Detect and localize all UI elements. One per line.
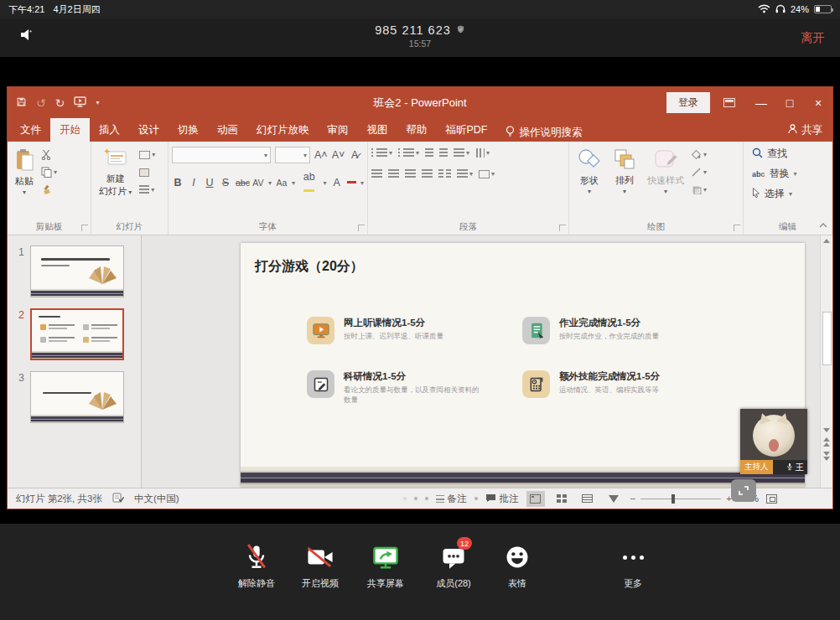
more-button[interactable]: 更多 <box>601 544 665 590</box>
thumbnail-preview-2-selected[interactable] <box>30 308 124 360</box>
font-name-combo[interactable]: ▾ <box>172 147 271 163</box>
paste-button[interactable]: 粘贴 ▾ <box>11 147 38 220</box>
new-slide-button[interactable]: 新建 幻灯片 ▾ <box>95 147 136 220</box>
text-direction-icon[interactable]: ▾ <box>475 147 490 159</box>
columns-icon[interactable] <box>438 168 451 180</box>
save-icon[interactable] <box>16 96 27 110</box>
arrange-dropdown[interactable]: ▾ <box>623 188 626 195</box>
find-button[interactable]: 查找 <box>752 147 828 161</box>
tab-file[interactable]: 文件 <box>11 118 50 142</box>
redo-icon[interactable]: ↻ <box>55 96 65 110</box>
leave-meeting-button[interactable]: 离开 <box>801 30 825 46</box>
tell-me-search[interactable]: 操作说明搜索 <box>497 118 591 142</box>
slide-item-online-class[interactable]: 网上听课情况1-5分 按时上课、迟到早退、听课质量 <box>307 317 518 344</box>
copy-icon[interactable]: ▾ <box>41 166 57 178</box>
emoji-button[interactable]: 表情 <box>485 544 549 590</box>
highlight-button[interactable]: ab <box>299 171 319 194</box>
tab-slideshow[interactable]: 幻灯片放映 <box>247 118 319 142</box>
change-case-button[interactable]: Aa <box>276 178 288 188</box>
font-size-combo[interactable]: ▾ <box>275 147 310 163</box>
select-button[interactable]: 选择 ▾ <box>752 187 828 201</box>
normal-view-button[interactable] <box>526 491 545 507</box>
shape-outline-icon[interactable]: ▾ <box>692 166 707 178</box>
bold-button[interactable]: B <box>172 177 184 189</box>
tab-help[interactable]: 帮助 <box>397 118 437 142</box>
zoom-slider[interactable] <box>640 499 721 499</box>
italic-button[interactable]: I <box>188 177 200 189</box>
tab-transitions[interactable]: 切换 <box>169 118 208 142</box>
char-spacing-button[interactable]: AV <box>252 178 264 188</box>
language-indicator[interactable]: 中文(中国) <box>134 493 179 505</box>
section-icon[interactable]: ▾ <box>139 183 155 196</box>
vertical-scrollbar[interactable] <box>820 235 832 488</box>
comments-button[interactable]: 批注 <box>485 493 519 505</box>
bullets-icon[interactable]: ▾ <box>371 147 392 159</box>
scroll-up-arrow[interactable] <box>823 239 830 243</box>
decrease-font-icon[interactable]: A˅ <box>332 149 345 161</box>
undo-icon[interactable]: ↺ <box>36 96 46 110</box>
previous-slide-button[interactable] <box>823 437 830 447</box>
next-slide-button[interactable] <box>823 452 830 461</box>
paste-dropdown[interactable]: ▾ <box>23 189 26 196</box>
slide-editing-canvas[interactable]: 打分游戏（20分） 网上听课情况1-5分 按时上课、迟到早退、听课质量 <box>142 235 820 488</box>
shape-fill-icon[interactable]: ▾ <box>692 148 707 161</box>
zoom-out-button[interactable]: − <box>630 493 636 504</box>
login-button[interactable]: 登录 <box>666 92 710 113</box>
shape-effects-icon[interactable]: ▾ <box>692 183 707 196</box>
notes-button[interactable]: 备注 <box>436 493 467 505</box>
align-right-icon[interactable] <box>405 168 416 180</box>
font-color-button[interactable]: A <box>331 177 343 189</box>
scroll-down-arrow[interactable] <box>823 428 830 432</box>
slide-layout-icon[interactable]: ▾ <box>139 148 155 161</box>
thumbnail-preview-1[interactable] <box>30 245 124 297</box>
current-slide[interactable]: 打分游戏（20分） 网上听课情况1-5分 按时上课、迟到早退、听课质量 <box>241 243 805 487</box>
slide-item-homework[interactable]: 作业完成情况1-5分 按时完成作业，作业完成的质量 <box>522 317 734 344</box>
minimize-button[interactable]: — <box>747 87 775 118</box>
format-painter-icon[interactable] <box>41 183 57 196</box>
scrollbar-thumb[interactable] <box>822 312 832 365</box>
tab-design[interactable]: 设计 <box>129 118 169 142</box>
slide-thumbnail-1[interactable]: 1 <box>8 245 141 297</box>
shadow-button[interactable]: abc <box>236 178 248 188</box>
share-screen-button[interactable]: 共享屏幕 <box>354 544 417 590</box>
decrease-indent-icon[interactable] <box>425 147 433 159</box>
clear-format-icon[interactable]: A̷ <box>349 149 360 161</box>
qat-customize-icon[interactable]: ▾ <box>96 99 99 106</box>
start-slideshow-icon[interactable] <box>74 96 86 110</box>
zoom-slider-thumb[interactable] <box>671 494 675 504</box>
increase-indent-icon[interactable] <box>439 147 448 159</box>
strikethrough-button[interactable]: S <box>220 177 231 189</box>
increase-font-icon[interactable]: A˄ <box>314 149 328 161</box>
justify-icon[interactable] <box>422 168 433 180</box>
shapes-button[interactable]: 形状 ▾ <box>573 147 606 220</box>
slide-thumbnail-2[interactable]: 2 <box>8 308 141 360</box>
reading-view-button[interactable] <box>578 491 597 507</box>
close-button[interactable]: × <box>804 87 832 118</box>
line-spacing-icon[interactable]: ▾ <box>454 147 469 159</box>
slideshow-view-button[interactable] <box>604 491 623 507</box>
share-button[interactable]: 共享 <box>788 118 822 142</box>
slide-thumbnail-3[interactable]: 3 <box>8 371 141 423</box>
align-text-icon[interactable]: ▾ <box>457 168 473 180</box>
spellcheck-icon[interactable] <box>112 493 124 504</box>
slide-sorter-view-button[interactable] <box>552 491 571 507</box>
align-left-icon[interactable] <box>371 168 382 180</box>
slide-item-research[interactable]: 科研情况1-5分 看论文的质量与数量，以及查阅相关资料的数量 <box>307 370 518 406</box>
shield-icon[interactable] <box>456 23 465 37</box>
align-center-icon[interactable] <box>388 168 399 180</box>
replace-button[interactable]: abc 替换 ▾ <box>752 167 828 181</box>
numbering-icon[interactable]: ▾ <box>398 147 419 159</box>
reset-slide-icon[interactable] <box>139 166 155 178</box>
tab-foxit-pdf[interactable]: 福昕PDF <box>437 118 497 142</box>
slide-item-extra-skills[interactable]: 额外技能完成情况1-5分 运动情况、英语、编程实践等等 <box>522 370 734 398</box>
participant-video-tile[interactable]: 主持人 王 <box>740 409 807 474</box>
quick-styles-dropdown[interactable]: ▾ <box>664 188 667 195</box>
tab-animations[interactable]: 动画 <box>208 118 247 142</box>
underline-button[interactable]: U <box>204 177 215 189</box>
cut-icon[interactable] <box>41 148 57 161</box>
start-video-button[interactable]: 开启视频 <box>288 544 352 590</box>
slide-title[interactable]: 打分游戏（20分） <box>255 258 364 276</box>
fit-slide-to-window-icon[interactable] <box>766 494 777 504</box>
collapse-ribbon-icon[interactable] <box>819 216 827 231</box>
tab-view[interactable]: 视图 <box>358 118 397 142</box>
